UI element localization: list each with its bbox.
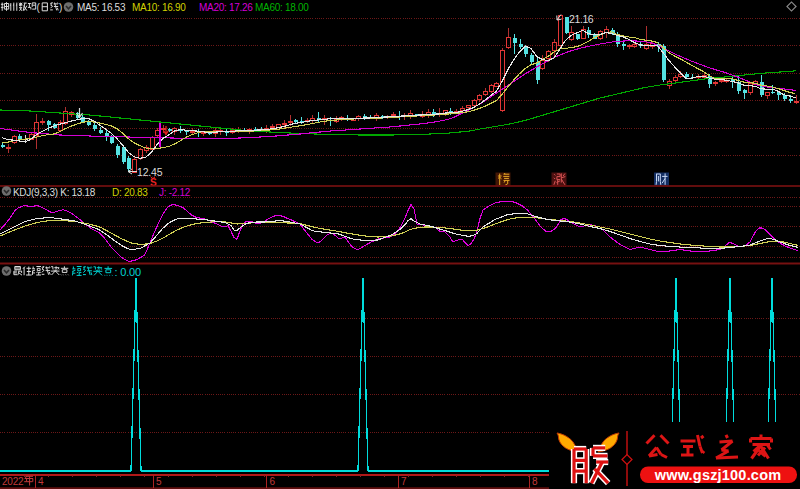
- svg-text:www.gszj100.com: www.gszj100.com: [654, 467, 782, 483]
- svg-text:4: 4: [38, 476, 44, 487]
- svg-text:MA20: 17.26: MA20: 17.26: [199, 2, 253, 13]
- svg-text:MA60: 18.00: MA60: 18.00: [255, 2, 309, 13]
- svg-text:KDJ(9,3,3) K: 13.18: KDJ(9,3,3) K: 13.18: [13, 187, 96, 198]
- svg-text:): ): [59, 2, 62, 13]
- svg-text:: 0.00: : 0.00: [115, 266, 141, 278]
- svg-text:7: 7: [401, 476, 407, 487]
- svg-text:21.16: 21.16: [569, 13, 594, 25]
- svg-text:MA10: 16.90: MA10: 16.90: [132, 2, 186, 13]
- svg-text:J: -2.12: J: -2.12: [159, 187, 191, 198]
- svg-text:5: 5: [156, 476, 162, 487]
- svg-text:8: 8: [532, 476, 538, 487]
- svg-text:2022: 2022: [2, 476, 24, 487]
- svg-text:D: 20.83: D: 20.83: [112, 187, 148, 198]
- svg-text:6: 6: [270, 476, 276, 487]
- svg-text:MA5: 16.53: MA5: 16.53: [77, 2, 126, 13]
